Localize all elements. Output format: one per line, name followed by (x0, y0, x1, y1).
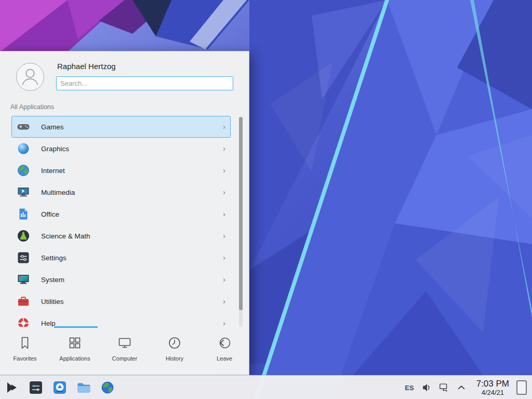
launcher-tab-bar: Favorites Applications Computer (0, 328, 249, 376)
show-desktop-button[interactable] (516, 380, 527, 395)
folder-icon (76, 380, 91, 395)
submenu-arrow-icon: › (223, 122, 225, 131)
user-name: Raphael Hertzog (57, 62, 116, 71)
speaker-icon (421, 382, 433, 393)
submenu-arrow-icon: › (223, 297, 225, 305)
app-launcher-button[interactable] (4, 380, 20, 395)
tab-label: Favorites (13, 355, 36, 362)
tray-expander-button[interactable] (455, 381, 468, 394)
clock-date: 4/24/21 (482, 389, 504, 396)
search-input[interactable] (56, 76, 233, 90)
category-label: Graphics (41, 145, 69, 153)
application-launcher-menu: Raphael Hertzog All Applications Games › (0, 51, 249, 375)
category-label: Multimedia (41, 189, 75, 196)
software-center-launcher[interactable] (52, 380, 68, 395)
category-label: Internet (41, 167, 65, 175)
category-utilities[interactable]: Utilities › (11, 290, 231, 312)
utilities-toolbox-icon (16, 294, 31, 309)
category-office[interactable]: Office › (11, 203, 231, 225)
computer-icon (117, 335, 132, 351)
category-label: Help (41, 320, 56, 327)
category-label: System (41, 276, 64, 284)
category-games[interactable]: Games › (11, 116, 231, 138)
category-help[interactable]: Help › (11, 312, 231, 327)
science-flask-icon (16, 229, 31, 243)
category-label: Settings (41, 254, 66, 262)
category-list: Games › Graphics › (0, 116, 249, 327)
multimedia-monitor-icon (16, 185, 31, 200)
system-monitor-icon (16, 272, 31, 287)
submenu-arrow-icon: › (223, 275, 225, 284)
scrollbar-track[interactable] (239, 117, 243, 327)
gamepad-icon (16, 119, 31, 134)
chevron-up-icon (456, 382, 467, 393)
bookmark-icon (17, 335, 33, 351)
tab-label: Computer (112, 355, 137, 362)
submenu-arrow-icon: › (223, 209, 225, 218)
submenu-arrow-icon: › (223, 231, 225, 240)
grid-icon (67, 335, 83, 351)
system-settings-icon (28, 380, 44, 395)
app-launcher-icon (4, 380, 20, 395)
category-label: Science & Math (41, 232, 90, 240)
clock-time: 7:03 PM (476, 379, 509, 389)
category-internet[interactable]: Internet › (11, 159, 231, 181)
tab-applications[interactable]: Applications (50, 328, 100, 376)
category-label: Utilities (41, 298, 64, 305)
tab-leave[interactable]: Leave (200, 328, 249, 376)
submenu-arrow-icon: › (223, 188, 225, 196)
clock-icon (167, 335, 182, 351)
category-science-math[interactable]: Science & Math › (11, 225, 231, 247)
leave-icon (217, 335, 232, 351)
category-graphics[interactable]: Graphics › (11, 138, 231, 159)
settings-sliders-icon (16, 250, 31, 265)
tab-history[interactable]: History (150, 328, 200, 376)
system-settings-launcher[interactable] (28, 380, 44, 395)
web-browser-icon (100, 380, 115, 395)
category-settings[interactable]: Settings › (11, 247, 231, 269)
tab-label: Leave (217, 355, 232, 362)
web-browser-launcher[interactable] (100, 380, 115, 395)
submenu-arrow-icon: › (223, 144, 225, 153)
submenu-arrow-icon: › (223, 253, 225, 262)
digital-clock[interactable]: 7:03 PM 4/24/21 (476, 379, 509, 396)
taskbar-panel: ES 7:03 PM 4/24/21 (0, 375, 532, 399)
keyboard-layout-indicator[interactable]: ES (405, 384, 414, 392)
help-lifering-icon (16, 316, 31, 327)
tab-label: Applications (59, 355, 90, 362)
wired-network-icon (438, 382, 450, 393)
scrollbar-thumb[interactable] (239, 117, 243, 310)
office-document-icon (16, 207, 31, 221)
category-system[interactable]: System › (11, 269, 231, 290)
volume-button[interactable] (421, 381, 433, 394)
category-multimedia[interactable]: Multimedia › (11, 181, 231, 203)
discover-icon (52, 380, 68, 395)
category-label: Office (41, 210, 59, 218)
tab-label: History (166, 355, 183, 362)
submenu-arrow-icon: › (223, 166, 225, 175)
tab-favorites[interactable]: Favorites (0, 328, 50, 376)
submenu-arrow-icon: › (223, 318, 225, 327)
graphics-orb-icon (16, 141, 31, 156)
desktop: Raphael Hertzog All Applications Games › (0, 0, 532, 399)
file-manager-launcher[interactable] (76, 380, 91, 395)
tab-computer[interactable]: Computer (100, 328, 150, 376)
avatar (16, 63, 44, 91)
user-icon (17, 63, 44, 90)
panel-launchers (4, 376, 115, 399)
globe-icon (16, 163, 31, 178)
network-button[interactable] (438, 381, 450, 394)
category-label: Games (41, 123, 64, 131)
system-tray: ES 7:03 PM 4/24/21 (405, 376, 530, 399)
section-label: All Applications (10, 103, 54, 111)
